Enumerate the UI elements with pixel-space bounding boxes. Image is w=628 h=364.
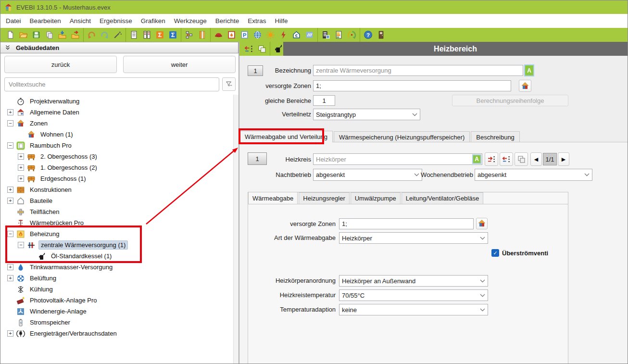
gb-zone-picker-button[interactable] bbox=[476, 218, 488, 229]
remove-heizkreis-button[interactable] bbox=[500, 152, 513, 166]
gb-versorgte-zonen-input[interactable] bbox=[339, 218, 474, 229]
toolbar-wizard-button[interactable] bbox=[111, 29, 124, 41]
tree-expander-plus[interactable]: + bbox=[18, 176, 24, 182]
toolbar-boiler-dark-button[interactable] bbox=[272, 43, 285, 55]
toolbar-folder-export-button[interactable] bbox=[69, 29, 82, 41]
toolbar-help-button[interactable]: ? bbox=[362, 29, 375, 41]
menu-item-bearbeiten[interactable]: Bearbeiten bbox=[25, 17, 65, 25]
tree-expander-plus[interactable]: + bbox=[18, 153, 24, 160]
sidebar-scrollbar[interactable] bbox=[233, 95, 239, 364]
menu-item-ansicht[interactable]: Ansicht bbox=[65, 17, 95, 25]
tree-expander-plus[interactable]: + bbox=[7, 187, 13, 193]
heizkreis-auto-name-button[interactable]: A bbox=[472, 154, 481, 164]
toolbar-undo-button[interactable] bbox=[85, 29, 98, 41]
toolbar-lightning-button[interactable] bbox=[277, 29, 290, 41]
anordnung-select[interactable]: Heizkörper an Außenwand bbox=[339, 275, 488, 287]
tree-item-1-obergeschoss-2[interactable]: +1. Obergeschoss (2) bbox=[0, 162, 233, 173]
tree-item-energieträger-verbrauchsdaten[interactable]: +Energieträger/Verbrauchsdaten bbox=[0, 328, 233, 339]
toolbar-fire-frame-button[interactable] bbox=[225, 29, 238, 41]
heizkreis-index-badge[interactable]: 1 bbox=[248, 152, 267, 165]
tree-expander-minus[interactable]: − bbox=[7, 142, 13, 149]
menu-item-berichte[interactable]: Berichte bbox=[211, 17, 244, 25]
bereich-index-badge[interactable]: 1 bbox=[248, 65, 263, 76]
subtab-umwälzpumpe[interactable]: Umwälzpumpe bbox=[351, 192, 401, 204]
tree-expander-plus[interactable]: + bbox=[7, 275, 13, 281]
chevron-double-down-icon[interactable] bbox=[4, 44, 11, 51]
toolbar-folder-import-button[interactable] bbox=[56, 29, 69, 41]
toolbar-house-euro-button[interactable]: € bbox=[290, 29, 303, 41]
toolbar-sigma-blue-button[interactable]: Σ bbox=[166, 29, 179, 41]
subtab-heizungsregler[interactable]: Heizungsregler bbox=[299, 192, 349, 204]
fulltext-search-input[interactable] bbox=[4, 77, 219, 91]
tree-expander-plus[interactable]: + bbox=[7, 330, 13, 337]
tree-expander-plus[interactable]: + bbox=[7, 109, 13, 115]
toolbar-area-copy-button[interactable] bbox=[255, 43, 268, 55]
tree-expander-plus[interactable]: + bbox=[18, 164, 24, 171]
toolbar-building-report-button[interactable] bbox=[319, 29, 332, 41]
prev-heizkreis-button[interactable]: ◀ bbox=[530, 152, 542, 166]
tree-item-belüftung[interactable]: +Belüftung bbox=[0, 273, 233, 284]
tree-item-kühlung[interactable]: Kühlung bbox=[0, 284, 233, 295]
wochenendbetrieb-select[interactable]: abgesenkt bbox=[475, 169, 592, 181]
menu-item-datei[interactable]: Datei bbox=[1, 17, 25, 25]
zone-picker-button[interactable] bbox=[519, 80, 531, 92]
tree-item-stromspeicher[interactable]: Stromspeicher bbox=[0, 317, 233, 328]
tree-item-zonen[interactable]: −Zonen bbox=[0, 118, 233, 129]
tree-expander-plus[interactable]: + bbox=[7, 264, 13, 270]
heizkreis-input[interactable] bbox=[313, 153, 482, 165]
temperaturadaption-select[interactable]: keine bbox=[339, 304, 488, 315]
toolbar-data-columns-button[interactable] bbox=[140, 29, 153, 41]
toolbar-flowchart-button[interactable] bbox=[183, 29, 196, 41]
heizkreistemperatur-select[interactable]: 70/55°C bbox=[339, 289, 488, 301]
subtab-leitung-ventilator-gebläse[interactable]: Leitung/Ventilator/Gebläse bbox=[402, 192, 484, 204]
copy-heizkreis-button[interactable] bbox=[515, 152, 528, 166]
toolbar-wall-layers-button[interactable] bbox=[196, 29, 209, 41]
back-button[interactable]: zurück bbox=[4, 56, 117, 73]
toolbar-sigma-orange-button[interactable]: Σ bbox=[153, 29, 166, 41]
toolbar-report-doc-button[interactable] bbox=[127, 29, 140, 41]
art-waermeabgabe-select[interactable]: Heizkörper bbox=[339, 232, 488, 244]
toolbar-sun-button[interactable] bbox=[264, 29, 277, 41]
toolbar-energy-label-button[interactable] bbox=[332, 29, 345, 41]
bezeichnung-input[interactable] bbox=[313, 65, 523, 76]
toolbar-house-arrow-button[interactable] bbox=[345, 29, 358, 41]
versorgte-zonen-input[interactable] bbox=[313, 80, 511, 91]
tree-expander-minus[interactable]: − bbox=[7, 231, 13, 237]
toolbar-redo-button[interactable] bbox=[98, 29, 111, 41]
menu-item-ergebnisse[interactable]: Ergebnisse bbox=[95, 17, 137, 25]
next-button[interactable]: weiter bbox=[123, 56, 236, 73]
menu-item-hilfe[interactable]: Hilfe bbox=[271, 17, 292, 25]
tree-item-öl-standardkessel-1[interactable]: Öl-Standardkessel (1) bbox=[0, 251, 233, 262]
filter-button[interactable] bbox=[222, 77, 236, 91]
toolbar-red-cap-button[interactable] bbox=[212, 29, 225, 41]
add-heizkreis-button[interactable] bbox=[485, 152, 498, 166]
ueberstroemventil-checkbox[interactable]: ✓ bbox=[491, 249, 499, 257]
tab-wärmespeicherung-heizungspufferspeicher[interactable]: Wärmespeicherung (Heizungspufferspeicher… bbox=[334, 131, 470, 142]
menu-item-grafiken[interactable]: Grafiken bbox=[137, 17, 170, 25]
tree-item-beheizung[interactable]: −Beheizung bbox=[0, 228, 233, 239]
toolbar-p-frame-button[interactable]: P bbox=[238, 29, 251, 41]
tree-item-wärmebrücken-pro[interactable]: Wärmebrücken Pro bbox=[0, 217, 233, 228]
tree-expander-minus[interactable]: − bbox=[7, 120, 13, 126]
subtab-wärmeabgabe[interactable]: Wärmeabgabe bbox=[248, 192, 298, 204]
tree-item-2-obergeschoss-3[interactable]: +2. Obergeschoss (3) bbox=[0, 151, 233, 162]
toolbar-door-button[interactable] bbox=[375, 29, 388, 41]
tree-item-raumbuch-pro[interactable]: −Raumbuch Pro bbox=[0, 140, 233, 151]
tree-item-erdgeschoss-1[interactable]: +Erdgeschoss (1) bbox=[0, 173, 233, 184]
tree-item-zentrale-wärmeversorgung-1[interactable]: −zentrale Wärmeversorgung (1) bbox=[0, 239, 233, 251]
auto-name-button[interactable]: A bbox=[524, 64, 534, 76]
tree-item-teilflächen[interactable]: Teilflächen bbox=[0, 206, 233, 217]
gleiche-bereiche-input[interactable] bbox=[313, 95, 335, 106]
tree-expander-minus[interactable]: − bbox=[18, 242, 24, 248]
next-heizkreis-button[interactable]: ▶ bbox=[558, 152, 569, 166]
tab-wärmeabgabe-und-verteilung[interactable]: Wärmeabgabe und Verteilung bbox=[239, 131, 333, 142]
toolbar-globe-button[interactable] bbox=[251, 29, 264, 41]
tree-item-projektverwaltung[interactable]: Projektverwaltung bbox=[0, 96, 233, 107]
menu-item-extras[interactable]: Extras bbox=[243, 17, 270, 25]
tree-item-windenergie-anlage[interactable]: Windenergie-Anlage bbox=[0, 306, 233, 317]
tree-item-konstruktionen[interactable]: +Konstruktionen bbox=[0, 184, 233, 195]
verteilnetz-select[interactable]: Steigstrangtyp bbox=[313, 109, 420, 120]
nachtbetrieb-select[interactable]: abgesenkt bbox=[313, 169, 422, 181]
tree-item-bauteile[interactable]: +Bauteile bbox=[0, 195, 233, 206]
tree-item-trinkwarmwasser-versorgung[interactable]: +Trinkwarmwasser-Versorgung bbox=[0, 262, 233, 273]
